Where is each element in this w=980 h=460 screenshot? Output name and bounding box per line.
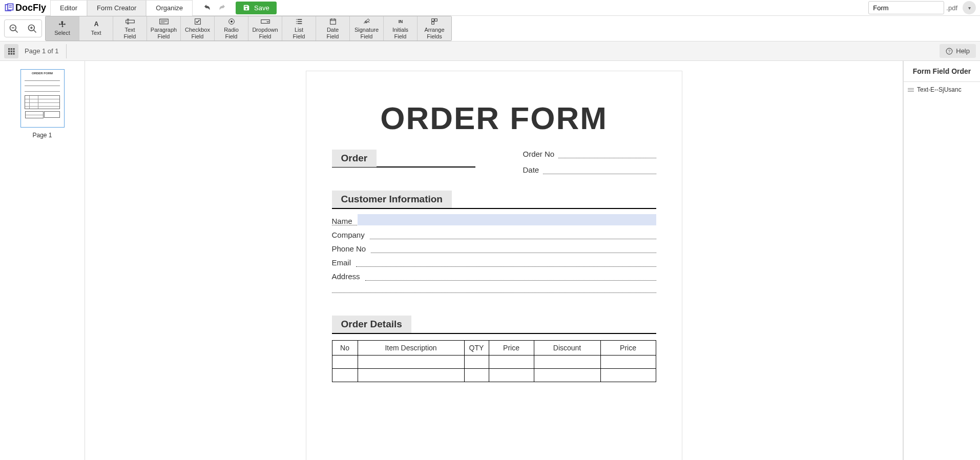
tool-signature-field-label: Signature Field — [355, 27, 379, 39]
top-actions: Save — [202, 2, 277, 14]
svg-rect-38 — [8, 48, 10, 50]
thumb-decor — [44, 111, 59, 118]
form-text-field[interactable] — [358, 214, 656, 225]
thumb-decor — [25, 95, 59, 109]
label-date: Date — [523, 165, 539, 174]
logo-icon — [4, 3, 14, 12]
svg-rect-43 — [13, 50, 14, 52]
tool-paragraph-field[interactable]: Paragraph Field — [147, 16, 181, 40]
tool-signature-field[interactable]: Signature Field — [350, 16, 384, 40]
svg-rect-30 — [330, 19, 336, 25]
tool-arrange-fields[interactable]: Arrange Fields — [418, 16, 451, 40]
thumb-decor — [25, 111, 44, 118]
help-button[interactable]: ? Help — [940, 44, 976, 58]
secondary-bar: Page 1 of 1 ? Help — [0, 41, 980, 61]
list-icon — [294, 17, 305, 26]
redo-icon — [217, 3, 226, 12]
zoom-out-button[interactable] — [6, 20, 22, 37]
label-name: Name — [332, 217, 352, 225]
svg-rect-12 — [126, 20, 134, 24]
tool-dropdown-field[interactable]: Dropdown Field — [248, 16, 282, 40]
svg-rect-45 — [11, 53, 12, 54]
filename-input[interactable] — [868, 1, 944, 14]
text-icon: A — [91, 20, 102, 29]
tool-text-label: Text — [91, 30, 101, 36]
save-icon — [243, 4, 250, 11]
tool-text-field[interactable]: Text Field — [113, 16, 147, 40]
undo-button[interactable] — [202, 2, 213, 13]
thumbnail-pane: ORDER FORM Page 1 — [0, 61, 85, 460]
arrange-icon — [429, 17, 440, 26]
tab-editor[interactable]: Editor — [50, 0, 87, 16]
tab-form-creator[interactable]: Form Creator — [87, 0, 146, 16]
svg-rect-46 — [13, 53, 14, 54]
tool-dropdown-field-label: Dropdown Field — [252, 27, 278, 39]
svg-text:A: A — [94, 21, 98, 28]
dotted-line — [558, 151, 656, 158]
tool-list-field-label: List Field — [293, 27, 305, 39]
thumb-label: Page 1 — [32, 132, 52, 139]
page-thumbnail[interactable]: ORDER FORM — [20, 69, 65, 128]
thumb-decor — [25, 77, 59, 81]
zoom-in-icon — [27, 24, 37, 34]
svg-point-22 — [231, 20, 233, 23]
tool-paragraph-field-label: Paragraph Field — [151, 27, 177, 39]
drag-handle-icon[interactable] — [908, 88, 914, 92]
filename-area: .pdf ▾ — [868, 1, 976, 14]
field-order-item[interactable]: Text-E--SjUsanc — [904, 82, 980, 97]
field-order-label: Text-E--SjUsanc — [917, 86, 962, 93]
th-price: Price — [489, 341, 534, 356]
thumb-decor — [25, 82, 59, 87]
svg-point-27 — [296, 19, 297, 20]
tool-checkbox-field[interactable]: Checkbox Field — [181, 16, 215, 40]
svg-rect-44 — [8, 53, 10, 54]
undo-icon — [203, 3, 212, 12]
app-name: DocFly — [15, 3, 46, 13]
paragraph-field-icon — [158, 17, 170, 26]
tool-select[interactable]: Select — [46, 16, 79, 40]
svg-point-29 — [296, 24, 297, 24]
dotted-line — [356, 260, 656, 267]
svg-rect-40 — [13, 48, 14, 50]
tool-initials-field[interactable]: IN Initials Field — [384, 16, 418, 40]
top-bar: DocFly Editor Form Creator Organize Save… — [0, 0, 980, 16]
canvas-pane[interactable]: ORDER FORM Order Order No Date Customer … — [85, 61, 903, 460]
tool-initials-field-label: Initials Field — [392, 27, 408, 39]
dotted-line — [370, 232, 656, 239]
radio-icon — [226, 17, 237, 26]
doc-title: ORDER FORM — [332, 100, 656, 136]
tab-organize[interactable]: Organize — [146, 0, 193, 16]
page-1[interactable]: ORDER FORM Order Order No Date Customer … — [306, 71, 682, 460]
tool-text[interactable]: A Text — [79, 16, 113, 40]
section-rule — [332, 208, 656, 209]
tool-radio-field-label: Radio Field — [224, 27, 239, 39]
svg-line-8 — [34, 30, 36, 32]
calendar-icon — [327, 17, 339, 26]
thumbnails-toggle-button[interactable] — [4, 44, 18, 58]
checkbox-icon — [192, 17, 203, 26]
help-label: Help — [956, 47, 970, 55]
tool-list-field[interactable]: List Field — [282, 16, 316, 40]
svg-point-28 — [296, 22, 297, 22]
app-logo: DocFly — [4, 3, 46, 13]
grid-icon — [7, 47, 15, 55]
right-panel-title: Form Field Order — [904, 61, 980, 82]
svg-rect-39 — [11, 48, 12, 50]
tool-date-field[interactable]: Date Field — [316, 16, 350, 40]
zoom-group — [4, 19, 42, 37]
thumb-title: ORDER FORM — [32, 72, 53, 75]
dropdown-icon — [260, 17, 271, 26]
zoom-in-button[interactable] — [24, 20, 40, 37]
order-details-table: No Item Description QTY Price Discount P… — [332, 340, 656, 382]
redo-button[interactable] — [216, 2, 227, 13]
more-menu-button[interactable]: ▾ — [963, 1, 976, 14]
dotted-line — [332, 286, 656, 293]
save-button[interactable]: Save — [236, 2, 277, 14]
mode-tabs: Editor Form Creator Organize — [50, 0, 193, 16]
tool-radio-field[interactable]: Radio Field — [215, 16, 248, 40]
move-icon — [57, 20, 68, 29]
svg-text:IN: IN — [398, 19, 403, 24]
table-row — [332, 356, 656, 369]
th-no: No — [332, 341, 358, 356]
section-customer-head: Customer Information — [332, 191, 452, 208]
